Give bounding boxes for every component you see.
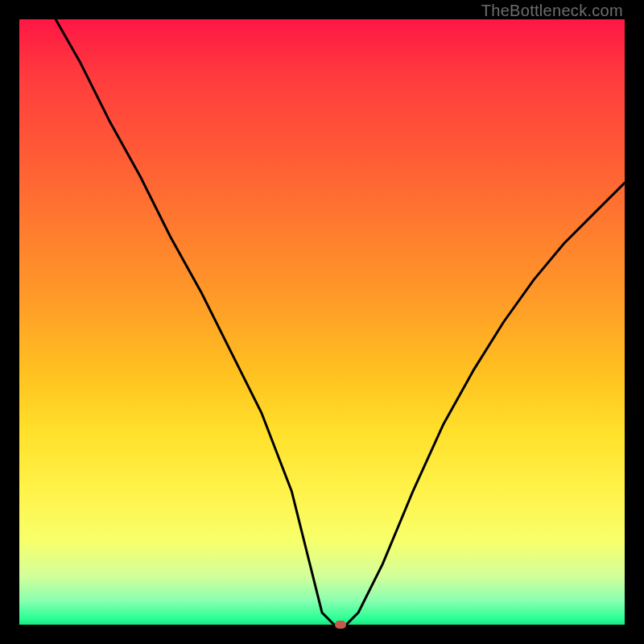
chart-frame: TheBottleneck.com [0, 0, 644, 644]
bottleneck-curve-path [56, 19, 625, 625]
watermark-text: TheBottleneck.com [481, 2, 623, 20]
min-marker [335, 621, 346, 629]
curve-svg [19, 19, 625, 625]
plot-area [19, 19, 625, 625]
